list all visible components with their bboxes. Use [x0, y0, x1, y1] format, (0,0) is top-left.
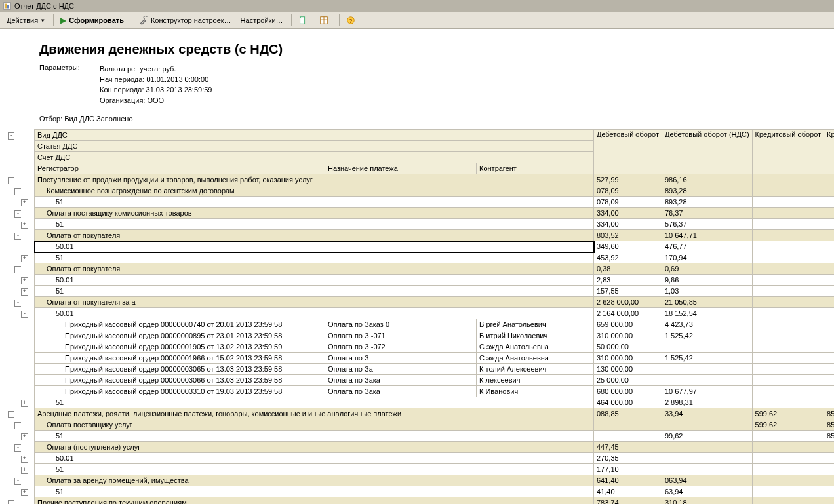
- window-title: Отчет ДДС с НДС: [14, 2, 74, 10]
- window-titlebar: Отчет ДДС с НДС: [0, 0, 834, 12]
- svg-text:?: ?: [349, 18, 352, 24]
- toolbar: Действия▼ ▶ Сформировать Конструктор нас…: [0, 12, 834, 29]
- constructor-button[interactable]: Конструктор настроек…: [135, 14, 235, 26]
- wrench-icon: [139, 16, 148, 25]
- report-icon: [3, 1, 12, 10]
- svg-rect-2: [7, 5, 9, 8]
- play-icon: ▶: [60, 16, 66, 25]
- svg-rect-1: [5, 4, 7, 9]
- form-button[interactable]: ▶ Сформировать: [56, 14, 128, 26]
- tool-button-2[interactable]: [315, 14, 335, 26]
- actions-menu[interactable]: Действия▼: [3, 15, 49, 26]
- doc-icon: [298, 16, 308, 25]
- settings-button[interactable]: Настройки…: [237, 15, 287, 26]
- tool-button-1[interactable]: [294, 14, 314, 26]
- help-button[interactable]: ?: [342, 14, 362, 26]
- table-icon: [319, 16, 328, 25]
- help-icon: ?: [346, 16, 355, 25]
- dropdown-icon: ▼: [40, 18, 45, 24]
